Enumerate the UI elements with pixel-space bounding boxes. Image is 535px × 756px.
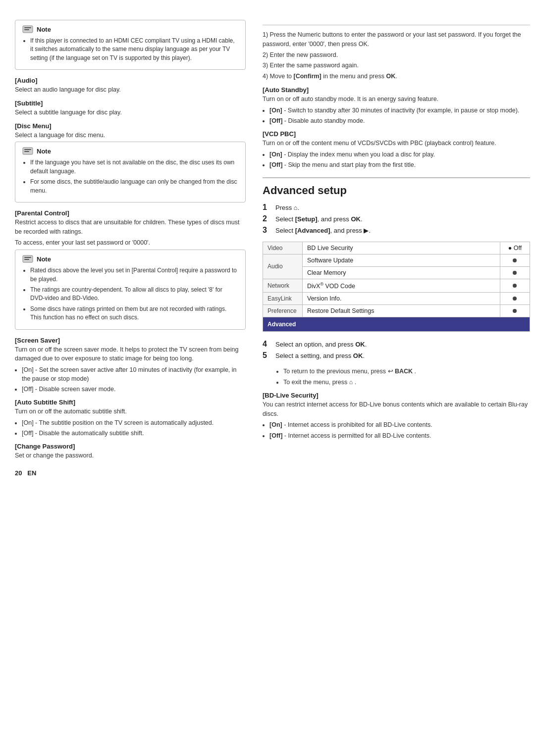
table-row-audio-1: Audio Software Update (263, 254, 530, 266)
table-cat-video: Video (263, 242, 303, 254)
note-list-2: If the language you have set is not avai… (22, 158, 238, 195)
autostandby-title: [Auto Standby] (263, 86, 530, 94)
autosubtitle-bullet-1: [On] - The subtitle position on the TV s… (22, 418, 246, 427)
table-cat-preference: Preference (263, 304, 303, 317)
table-dot-clearmemory (500, 266, 530, 279)
table-dot-divx (500, 279, 530, 292)
changepassword-text: Set or change the password. (15, 451, 246, 460)
note-box-1: Note If this player is connected to an H… (15, 20, 246, 70)
table-option-softwareupdate: Software Update (303, 254, 500, 266)
note-icon-1 (22, 25, 33, 33)
note-icon-3 (22, 255, 33, 263)
svg-rect-4 (24, 149, 31, 150)
password-step-1: 1) Press the Numeric buttons to enter th… (263, 30, 530, 49)
svg-rect-5 (24, 151, 29, 152)
bdlive-text: You can restrict internet access for BD-… (263, 400, 530, 419)
page-number: 20 EN (15, 469, 246, 477)
bdlive-bullet-2: [Off] - Internet access is permitted for… (269, 431, 530, 440)
note-list-1: If this player is connected to an HDMI C… (22, 37, 238, 62)
page: Note If this player is connected to an H… (0, 0, 535, 756)
table-option-versioninfo: Version Info. (303, 292, 500, 304)
vcdpbc-title: [VCD PBC] (263, 130, 530, 138)
autosubtitle-bullet-2: [Off] - Disable the automatically subtit… (22, 429, 246, 438)
table-cat-advanced: Advanced (263, 317, 530, 331)
autosubtitle-bullets: [On] - The subtitle position on the TV s… (15, 418, 246, 438)
screensaver-bullet-1: [On] - Set the screen saver active after… (22, 365, 246, 383)
table-row-advanced: Advanced (263, 317, 530, 331)
note-item-3-3: Some discs have ratings printed on them … (30, 305, 238, 322)
svg-rect-1 (24, 27, 31, 28)
after-bullet-1: To return to the previous menu, press ↩ … (283, 367, 530, 376)
autostandby-bullet-2: [Off] - Disable auto standby mode. (269, 116, 530, 125)
big-steps-4-5: 4 Select an option, and press OK. 5 Sele… (263, 340, 530, 360)
svg-rect-8 (24, 259, 29, 260)
table-option-bdlive: BD Live Security (303, 242, 500, 254)
big-step-2: 2 Select [Setup], and press OK. (263, 214, 530, 223)
top-divider (263, 25, 530, 25)
screensaver-text: Turn on or off the screen saver mode. It… (15, 345, 246, 364)
after-bullet-2: To exit the menu, press ⌂ . (283, 378, 530, 387)
audio-text: Select an audio language for disc play. (15, 85, 246, 95)
table-option-divx: DivX® VOD Code (303, 279, 500, 292)
autostandby-bullet-1: [On] - Switch to standby after 30 minute… (269, 106, 530, 115)
discmenu-title: [Disc Menu] (15, 122, 246, 130)
note-item-3-1: Rated discs above the level you set in [… (30, 266, 238, 284)
password-steps: 1) Press the Numeric buttons to enter th… (263, 30, 530, 81)
password-step-3: 3) Enter the same password again. (263, 61, 530, 70)
vcdpbc-bullet-2: [Off] - Skip the menu and start play fro… (269, 160, 530, 169)
note-header-3: Note (22, 255, 238, 263)
note-box-2: Note If the language you have set is not… (15, 142, 246, 202)
discmenu-text: Select a language for disc menu. (15, 131, 246, 140)
autosubtitle-title: [Auto Subtitle Shift] (15, 399, 246, 406)
screensaver-bullet-2: [Off] - Disable screen saver mode. (22, 385, 246, 394)
password-step-4: 4) Move to [Confirm] in the menu and pre… (263, 72, 530, 81)
subtitle-title: [Subtitle] (15, 100, 246, 107)
note-header-2: Note (22, 147, 238, 155)
big-step-4: 4 Select an option, and press OK. (263, 340, 530, 349)
table-dot-versioninfo (500, 292, 530, 304)
screensaver-bullets: [On] - Set the screen saver active after… (15, 365, 246, 394)
bdlive-bullet-1: [On] - Internet access is prohibited for… (269, 420, 530, 429)
big-steps-list: 1 Press ⌂. 2 Select [Setup], and press O… (263, 203, 530, 235)
note-label-2: Note (37, 148, 51, 155)
parental-text2: To access, enter your last set password … (15, 238, 246, 248)
svg-rect-2 (24, 29, 29, 30)
table-cat-audio: Audio (263, 254, 303, 279)
svg-rect-7 (24, 257, 31, 258)
big-step-1: 1 Press ⌂. (263, 203, 530, 212)
advanced-setup-title: Advanced setup (263, 177, 530, 197)
setup-table: Video BD Live Security ● Off Audio Softw… (263, 242, 530, 332)
changepassword-title: [Change Password] (15, 443, 246, 450)
page-num-value: 20 (15, 469, 22, 477)
autosubtitle-text: Turn on or off the automatic subtitle sh… (15, 407, 246, 416)
note-label-3: Note (37, 255, 51, 263)
table-row-video: Video BD Live Security ● Off (263, 242, 530, 254)
note-item-2-2: For some discs, the subtitle/audio langu… (30, 178, 238, 195)
parental-title: [Parental Control] (15, 209, 246, 217)
table-row-network: Network DivX® VOD Code (263, 279, 530, 292)
table-option-clearmemory: Clear Memory (303, 266, 500, 279)
note-icon-2 (22, 147, 33, 155)
big-step-5: 5 Select a setting, and press OK. (263, 351, 530, 360)
table-cat-network: Network (263, 279, 303, 292)
bdlive-bullets: [On] - Internet access is prohibited for… (263, 420, 530, 440)
table-row-audio-2: Clear Memory (263, 266, 530, 279)
table-option-restoredefault: Restore Default Settings (303, 304, 500, 317)
table-dot-bdlive: ● Off (500, 242, 530, 254)
page-lang: EN (27, 469, 36, 477)
parental-text1: Restrict access to discs that are unsuit… (15, 218, 246, 237)
note-box-3: Note Rated discs above the level you set… (15, 250, 246, 329)
table-cat-easylink: EasyLink (263, 292, 303, 304)
autostandby-bullets: [On] - Switch to standby after 30 minute… (263, 106, 530, 125)
vcdpbc-bullet-1: [On] - Display the index menu when you l… (269, 150, 530, 159)
password-step-2: 2) Enter the new password. (263, 50, 530, 60)
subtitle-text: Select a subtitle language for disc play… (15, 108, 246, 117)
table-dot-softwareupdate (500, 254, 530, 266)
bdlive-title: [BD-Live Security] (263, 392, 530, 399)
table-row-preference: Preference Restore Default Settings (263, 304, 530, 317)
left-column: Note If this player is connected to an H… (15, 20, 258, 736)
vcdpbc-bullets: [On] - Display the index menu when you l… (263, 150, 530, 169)
note-item-1-1: If this player is connected to an HDMI C… (30, 37, 238, 62)
note-item-2-1: If the language you have set is not avai… (30, 158, 238, 176)
note-label-1: Note (37, 26, 51, 33)
